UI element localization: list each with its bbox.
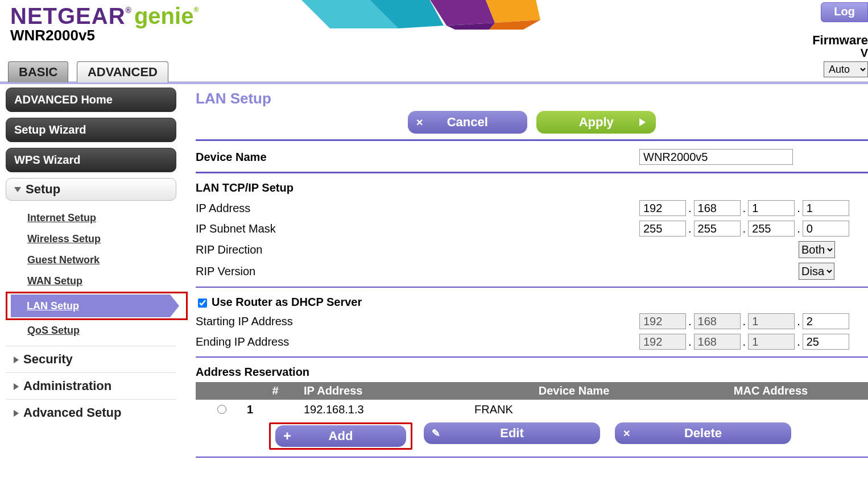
sidebar-item-guest-network[interactable]: Guest Network — [27, 250, 183, 271]
rip-direction-label: RIP Direction — [196, 243, 799, 256]
chevron-right-icon — [14, 410, 19, 417]
sidebar-item-lan-setup-highlight: LAN Setup — [6, 292, 188, 320]
reservation-radio[interactable] — [217, 405, 226, 414]
close-icon — [623, 428, 630, 439]
ip-octet-3[interactable] — [748, 200, 795, 216]
pencil-icon — [432, 427, 440, 439]
language-select[interactable]: Auto — [824, 61, 868, 77]
chevron-down-icon — [14, 187, 21, 192]
reservation-mac — [673, 403, 868, 417]
ip-octet-1[interactable] — [639, 200, 686, 216]
ip-octet-4[interactable] — [803, 200, 849, 216]
subnet-octet-2[interactable] — [694, 221, 741, 237]
sidebar: ADVANCED Home Setup Wizard WPS Wizard Se… — [0, 84, 188, 463]
reservation-table-header: # IP Address Device Name MAC Address — [196, 382, 868, 400]
rip-direction-select[interactable]: Both — [799, 241, 835, 258]
sidebar-item-lan-setup[interactable]: LAN Setup — [11, 295, 170, 317]
col-ip: IP Address — [304, 384, 474, 397]
close-icon — [416, 117, 423, 128]
brand-logo: NETGEAR® — [10, 3, 132, 29]
login-button[interactable]: Log — [821, 2, 868, 22]
sidebar-item-wan-setup[interactable]: WAN Setup — [27, 271, 183, 292]
reservation-row: 1 192.168.1.3 FRANK — [196, 400, 868, 420]
dhcp-checkbox[interactable] — [198, 298, 207, 308]
cancel-button[interactable]: Cancel — [408, 111, 527, 134]
col-index: # — [247, 384, 304, 397]
sidebar-item-internet-setup[interactable]: Internet Setup — [27, 208, 183, 229]
subnet-octet-4[interactable] — [803, 221, 849, 237]
subnet-octet-1[interactable] — [639, 221, 686, 237]
col-device: Device Name — [474, 384, 673, 397]
tab-basic[interactable]: BASIC — [8, 61, 68, 82]
rip-version-select[interactable]: Disa — [799, 263, 834, 280]
col-mac: MAC Address — [673, 384, 868, 397]
reservation-device: FRANK — [474, 403, 673, 417]
sidebar-item-qos-setup[interactable]: QoS Setup — [27, 320, 183, 341]
device-name-label: Device Name — [196, 151, 639, 164]
end-ip-1 — [639, 334, 686, 350]
apply-button[interactable]: Apply — [536, 111, 656, 134]
subnet-octet-3[interactable] — [748, 221, 795, 237]
sidebar-group-setup[interactable]: Setup — [6, 178, 176, 201]
sidebar-setup-wizard[interactable]: Setup Wizard — [6, 118, 176, 142]
edit-button[interactable]: Edit — [424, 422, 600, 444]
address-reservation-label: Address Reservation — [196, 363, 868, 382]
start-ip-1 — [639, 313, 686, 329]
ip-octet-2[interactable] — [694, 200, 741, 216]
reservation-idx: 1 — [247, 403, 304, 417]
firmware-label: Firmware — [812, 33, 868, 48]
rip-version-label: RIP Version — [196, 265, 799, 278]
ip-address-label: IP Address — [196, 202, 639, 215]
start-ip-3 — [748, 313, 795, 329]
end-ip-2 — [694, 334, 741, 350]
sidebar-group-security[interactable]: Security — [6, 346, 176, 372]
sidebar-group-administration[interactable]: Administration — [6, 372, 176, 399]
genie-logo: genie® — [134, 3, 199, 29]
subnet-mask-label: IP Subnet Mask — [196, 222, 639, 235]
start-ip-4[interactable] — [803, 313, 849, 329]
plus-icon — [283, 428, 291, 444]
starting-ip-label: Starting IP Address — [196, 315, 639, 328]
sidebar-group-advanced-setup[interactable]: Advanced Setup — [6, 399, 176, 426]
firmware-version: V — [861, 47, 868, 60]
add-button[interactable]: Add — [275, 425, 406, 447]
start-ip-2 — [694, 313, 741, 329]
dhcp-label: Use Router as DHCP Server — [212, 296, 362, 309]
arrow-right-icon — [639, 118, 646, 126]
submenu-setup: Internet Setup Wireless Setup Guest Netw… — [6, 205, 183, 346]
chevron-right-icon — [14, 383, 19, 390]
sidebar-advanced-home[interactable]: ADVANCED Home — [6, 88, 176, 112]
tab-advanced[interactable]: ADVANCED — [77, 61, 168, 82]
header-bar: NETGEAR® genie® WNR2000v5 Log Firmware V — [0, 0, 868, 57]
ending-ip-label: Ending IP Address — [196, 335, 639, 349]
reservation-ip: 192.168.1.3 — [304, 403, 474, 417]
tab-row: BASIC ADVANCED Auto — [0, 57, 868, 82]
chevron-right-icon — [14, 356, 19, 363]
sidebar-item-wireless-setup[interactable]: Wireless Setup — [27, 229, 183, 250]
page-title: LAN Setup — [196, 90, 868, 107]
tcpip-section-label: LAN TCP/IP Setup — [196, 179, 868, 198]
end-ip-3 — [748, 334, 795, 350]
decorative-shapes — [296, 0, 614, 34]
end-ip-4[interactable] — [803, 334, 849, 350]
delete-button[interactable]: Delete — [615, 422, 791, 444]
add-button-highlight: Add — [269, 422, 412, 450]
content-panel: LAN Setup Cancel Apply Device Name LAN T… — [188, 84, 868, 463]
sidebar-wps-wizard[interactable]: WPS Wizard — [6, 148, 176, 172]
device-name-input[interactable] — [639, 149, 793, 165]
